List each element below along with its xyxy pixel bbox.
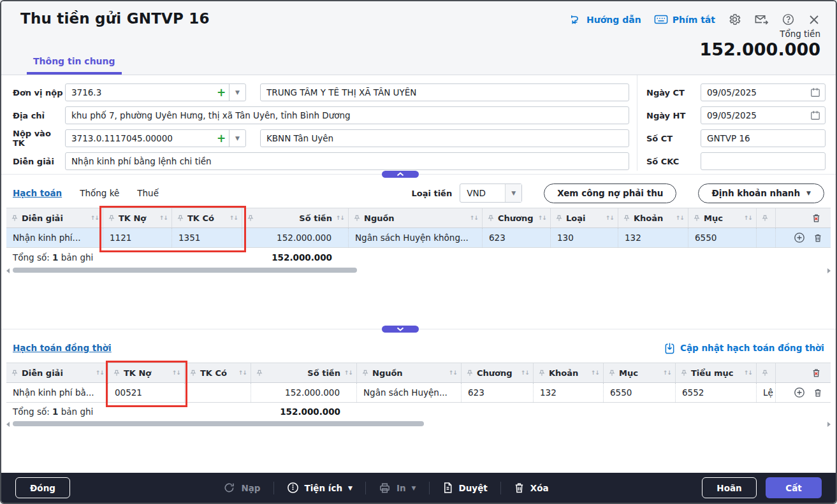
view-receivable-button[interactable]: Xem công nợ phải thu	[544, 184, 676, 203]
doc-no-field[interactable]	[701, 129, 826, 147]
col-nguon[interactable]: Nguồn↑↓	[349, 208, 483, 227]
ckc-field[interactable]	[701, 152, 826, 170]
quick-entry-button[interactable]: Định khoản nhanh▼	[698, 184, 824, 203]
cell-tieu-muc[interactable]: 6552	[676, 383, 757, 402]
col-partial[interactable]	[757, 363, 776, 382]
pin-icon[interactable]	[556, 215, 562, 222]
cell-partial[interactable]: Lệ	[757, 383, 776, 402]
mail-send-icon[interactable]	[754, 13, 769, 26]
pin-icon[interactable]	[256, 370, 263, 377]
pin-icon[interactable]	[247, 215, 254, 222]
cell-nguon[interactable]: Ngân sách Huyện...	[357, 383, 462, 402]
sort-icon[interactable]: ↑↓	[238, 370, 247, 376]
cell-nguon[interactable]: Ngân sách Huyện không...	[349, 228, 483, 247]
col-tieu-muc[interactable]: Tiểu mục↑↓	[676, 363, 757, 382]
account-code-value[interactable]: 3713.0.1117045.00000	[66, 130, 214, 147]
sort-icon[interactable]: ↑↓	[96, 370, 104, 376]
col-khoan[interactable]: Khoản↑↓	[534, 363, 604, 382]
add-plus-icon[interactable]: +	[214, 84, 229, 101]
approve-button[interactable]: Duyệt	[442, 482, 488, 494]
col-dien-giai[interactable]: Diễn giải↑↓	[6, 208, 103, 227]
sort-icon[interactable]: ↑↓	[449, 370, 457, 376]
table-hscrollbar[interactable]	[6, 267, 831, 273]
pin-icon[interactable]	[609, 370, 615, 377]
pin-icon[interactable]	[681, 370, 687, 377]
pin-icon[interactable]	[362, 370, 368, 377]
sort-icon[interactable]: ↑↓	[663, 370, 671, 376]
delete-button[interactable]: Xóa	[514, 482, 549, 494]
pin-icon[interactable]	[354, 215, 360, 222]
guide-link[interactable]: Hướng dẫn	[570, 13, 641, 25]
cell-muc[interactable]: 6550	[688, 228, 757, 247]
account-combobox[interactable]: 3713.0.1117045.00000 + ▼	[65, 129, 246, 147]
description-field[interactable]	[65, 152, 629, 170]
cell-loai[interactable]: 130	[551, 228, 618, 247]
table-row[interactable]: Nhận kinh phí... 1121 1351 152.000.000 N…	[6, 228, 831, 248]
account-name-field[interactable]	[260, 129, 629, 147]
help-icon[interactable]	[782, 13, 795, 26]
col-tk-co[interactable]: TK Có↑↓	[185, 363, 251, 382]
sort-icon[interactable]: ↑↓	[744, 215, 752, 221]
cell-so-tien[interactable]: 152.000.000	[242, 228, 349, 247]
circle-plus-icon[interactable]	[794, 232, 805, 243]
pin-icon[interactable]	[11, 370, 18, 377]
utilities-button[interactable]: Tiện ích ▼	[287, 482, 353, 494]
trash-icon[interactable]	[813, 387, 823, 398]
pin-icon[interactable]	[11, 215, 18, 222]
scroll-right-icon[interactable]	[827, 268, 831, 273]
pin-icon[interactable]	[623, 215, 630, 222]
chevron-down-icon[interactable]: ▼	[229, 84, 245, 101]
pin-icon[interactable]	[190, 370, 196, 377]
col-muc[interactable]: Mục↑↓	[688, 208, 757, 227]
close-icon[interactable]	[808, 13, 820, 26]
tab-thue[interactable]: Thuế	[137, 188, 159, 198]
tab-thong-tin-chung[interactable]: Thông tin chung	[27, 56, 122, 75]
col-tk-no[interactable]: TK Nợ↑↓	[103, 208, 172, 227]
col-dien-giai[interactable]: Diễn giải↑↓	[6, 363, 108, 382]
sort-icon[interactable]: ↑↓	[744, 370, 752, 376]
cell-so-tien[interactable]: 152.000.000	[251, 383, 357, 402]
pin-icon[interactable]	[113, 370, 120, 377]
col-tk-co[interactable]: TK Có↑↓	[172, 208, 242, 227]
chevron-down-icon[interactable]: ▼	[229, 130, 245, 147]
sort-icon[interactable]: ↑↓	[91, 215, 99, 221]
scroll-right-icon[interactable]	[827, 422, 831, 427]
currency-select[interactable]: VND ▼	[460, 184, 522, 203]
collapse-up-button[interactable]	[382, 171, 419, 178]
trash-icon[interactable]	[813, 233, 823, 243]
col-nguon[interactable]: Nguồn↑↓	[357, 363, 462, 382]
pin-icon[interactable]	[694, 215, 700, 222]
cell-khoan[interactable]: 132	[534, 383, 604, 402]
save-button[interactable]: Cất	[766, 477, 822, 498]
col-so-tien[interactable]: Số tiền↑↓	[242, 208, 349, 227]
update-simultaneous-link[interactable]: Cập nhật hạch toán đồng thời	[664, 342, 824, 354]
trash-x-icon[interactable]	[811, 368, 822, 378]
cell-dien-giai[interactable]: Nhận kinh phí bằ...	[6, 383, 108, 402]
sort-icon[interactable]: ↑↓	[591, 370, 599, 376]
tab-thong-ke[interactable]: Thống kê	[80, 188, 119, 198]
cell-chuong[interactable]: 623	[483, 228, 551, 247]
pin-icon[interactable]	[762, 215, 768, 222]
table-row[interactable]: Nhận kinh phí bằ... 00521 152.000.000 Ng…	[6, 383, 831, 403]
cell-khoan[interactable]: 132	[618, 228, 688, 247]
sort-icon[interactable]: ↑↓	[521, 370, 529, 376]
sort-icon[interactable]: ↑↓	[344, 370, 353, 376]
close-button[interactable]: Đóng	[15, 477, 70, 498]
col-muc[interactable]: Mục↑↓	[604, 363, 676, 382]
reload-button[interactable]: Nạp	[223, 482, 260, 494]
col-so-tien[interactable]: Số tiền↑↓	[251, 363, 357, 382]
tab-hach-toan[interactable]: Hạch toán	[13, 188, 62, 198]
cell-tk-no[interactable]: 00521	[108, 383, 185, 402]
scroll-left-icon[interactable]	[6, 268, 10, 273]
trash-x-icon[interactable]	[811, 213, 822, 224]
sort-icon[interactable]: ↑↓	[229, 215, 238, 221]
table-hscrollbar[interactable]	[6, 421, 831, 427]
date-ht-field[interactable]	[701, 106, 826, 124]
sort-icon[interactable]: ↑↓	[470, 215, 478, 221]
cell-chuong[interactable]: 623	[462, 383, 534, 402]
scrollbar-thumb[interactable]	[13, 421, 424, 426]
add-plus-icon[interactable]: +	[214, 130, 229, 147]
pin-icon[interactable]	[108, 215, 115, 222]
sort-icon[interactable]: ↑↓	[676, 215, 684, 221]
sort-icon[interactable]: ↑↓	[336, 215, 344, 221]
